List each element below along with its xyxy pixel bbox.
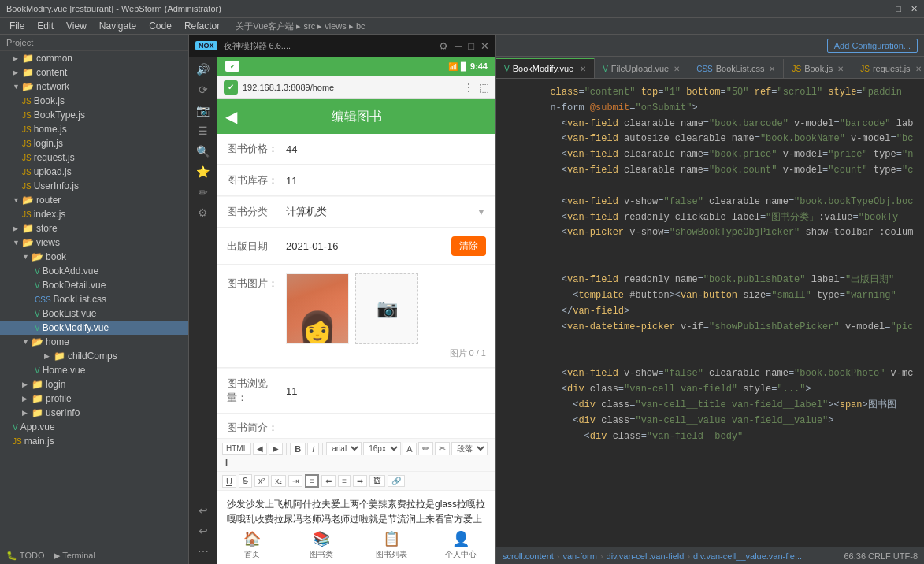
emulator-icon-2[interactable]: ⟳ (199, 83, 208, 96)
add-configuration-button[interactable]: Add Configuration... (827, 39, 918, 53)
toolbar-italic-btn[interactable]: I (307, 443, 319, 455)
menu-dots-icon[interactable]: ⋮ (463, 81, 474, 94)
tab-close-icon[interactable]: ✕ (915, 65, 922, 73)
toolbar-outdent-btn[interactable]: ≡ (305, 474, 319, 488)
emulator-close-icon[interactable]: ✕ (481, 40, 489, 52)
terminal-tab[interactable]: ▶ Terminal (54, 551, 95, 561)
tree-item-homeVue[interactable]: V Home.vue (0, 363, 188, 377)
emulator-minimize-icon[interactable]: ─ (455, 40, 462, 52)
toolbar-size-select[interactable]: 16px (363, 442, 401, 455)
emulator-icon-4[interactable]: ☰ (198, 124, 208, 137)
tree-item-indexjs[interactable]: JS index.js (0, 207, 188, 221)
tree-item-userInfojs[interactable]: JS UserInfo.js (0, 179, 188, 193)
toolbar-align-left-btn[interactable]: ⬅ (321, 475, 336, 487)
toolbar-sup-btn[interactable]: x₂ (271, 475, 286, 487)
back-button[interactable]: ◀ (225, 107, 237, 126)
toolbar-indent-btn[interactable]: ⇥ (288, 475, 302, 487)
breadcrumb-item-4[interactable]: div.van-cell__value.van-fie... (693, 551, 802, 561)
close-button[interactable]: ✕ (911, 4, 918, 14)
tree-item-bookModify[interactable]: V BookModify.vue (0, 321, 188, 335)
tab-bookmodify[interactable]: V BookModify.vue ✕ (496, 58, 595, 78)
menu-item-edit[interactable]: Edit (31, 19, 60, 33)
tree-item-bookListCss[interactable]: CSS BookList.css (0, 292, 188, 306)
tree-item-loginjs[interactable]: JS login.js (0, 136, 188, 150)
nav-item-profile[interactable]: 👤 个人中心 (426, 525, 495, 564)
toolbar-next-btn[interactable]: ▶ (269, 443, 283, 455)
toolbar-link2-btn[interactable]: 🔗 (388, 475, 405, 487)
emulator-icon-6[interactable]: ⭐ (196, 165, 210, 178)
tree-item-homejs[interactable]: JS home.js (0, 122, 188, 136)
emulator-icon-bottom[interactable]: ↩ (199, 504, 208, 517)
tab-booklistcss[interactable]: CSS BookList.css ✕ (688, 59, 784, 78)
tab-close-icon[interactable]: ✕ (837, 65, 844, 73)
expand-icon[interactable]: ⬚ (479, 81, 489, 94)
tree-item-requestjs[interactable]: JS request.js (0, 150, 188, 165)
maximize-button[interactable]: □ (896, 4, 901, 14)
tab-fileupload[interactable]: V FileUpload.vue ✕ (595, 59, 688, 78)
emulator-icon-3[interactable]: 📷 (196, 104, 210, 117)
toolbar-color-btn[interactable]: A (403, 443, 416, 455)
minimize-button[interactable]: ─ (881, 4, 887, 14)
tree-item-content[interactable]: ▶ 📁 content (0, 65, 188, 80)
toolbar-bold-btn[interactable]: B (290, 443, 306, 455)
nav-item-listview[interactable]: 📋 图书列表 (357, 525, 426, 564)
tree-item-bookjs[interactable]: JS Book.js (0, 94, 188, 108)
nav-item-booklist[interactable]: 📚 图书类 (287, 525, 356, 564)
tree-item-profile-folder[interactable]: ▶ 📁 profile (0, 391, 188, 406)
tree-item-uploadjs[interactable]: JS upload.js (0, 165, 188, 179)
emulator-icon-more[interactable]: ⋯ (198, 545, 209, 558)
emulator-icon-7[interactable]: ✏ (199, 186, 208, 199)
breadcrumb-item-3[interactable]: div.van-cell.van-field (607, 551, 685, 561)
toolbar-prev-btn[interactable]: ◀ (253, 443, 267, 455)
tree-item-bookList[interactable]: V BookList.vue (0, 306, 188, 321)
toolbar-sub-btn[interactable]: x² (254, 475, 269, 487)
menu-item-refactor[interactable]: Refactor (178, 19, 226, 33)
tree-item-common[interactable]: ▶ 📁 common (0, 51, 188, 65)
toolbar-strike-btn[interactable]: S̶ (239, 474, 252, 488)
emulator-maximize-icon[interactable]: □ (468, 40, 474, 52)
toolbar-html-btn[interactable]: HTML (222, 443, 251, 455)
photo-thumbnail[interactable]: 👩 (286, 273, 349, 344)
breadcrumb-item-1[interactable]: scroll.content (503, 551, 554, 561)
tab-close-icon[interactable]: ✕ (769, 65, 775, 73)
tree-item-mainjs[interactable]: JS main.js (0, 434, 188, 448)
emulator-icon-1[interactable]: 🔊 (196, 63, 210, 76)
tree-item-views[interactable]: ▼ 📂 views (0, 236, 188, 250)
toolbar-align-right-btn[interactable]: ➡ (353, 475, 367, 487)
tree-item-login-folder[interactable]: ▶ 📁 login (0, 377, 188, 391)
emulator-icon-back[interactable]: ↩ (199, 525, 208, 537)
tree-item-router[interactable]: ▼ 📂 router (0, 193, 188, 207)
tree-item-book[interactable]: ▼ 📂 book (0, 250, 188, 264)
tab-close-icon[interactable]: ✕ (674, 65, 680, 73)
title-bar-controls[interactable]: ─ □ ✕ (881, 4, 918, 14)
phone-url-bar[interactable]: ✔ 192.168.1.3:8089/home ⋮ ⬚ (217, 76, 495, 99)
tree-item-userInfo-folder[interactable]: ▶ 📁 userInfo (0, 406, 188, 420)
url-text[interactable]: 192.168.1.3:8089/home (243, 83, 458, 92)
tree-item-network[interactable]: ▼ 📂 network (0, 80, 188, 94)
toolbar-image-btn[interactable]: 🖼 (369, 475, 385, 487)
tree-item-bookDetail[interactable]: V BookDetail.vue (0, 278, 188, 292)
toolbar-more-btn[interactable]: I (222, 457, 231, 468)
form-row-category[interactable]: 图书分类 计算机类 ▼ (217, 197, 495, 228)
toolbar-underline-btn[interactable]: U (222, 475, 236, 488)
toolbar-font-select[interactable]: arial (326, 442, 362, 455)
tree-item-appVue[interactable]: V App.vue (0, 420, 188, 434)
menu-item-code[interactable]: Code (143, 19, 178, 33)
menu-item-file[interactable]: File (3, 19, 31, 33)
tree-item-bookAdd[interactable]: V BookAdd.vue (0, 264, 188, 278)
rich-editor-content[interactable]: 沙发沙发上飞机阿什拉夫爱上两个姜辣素费拉拉是glass拉嘎拉嘎哦乱收费拉尿冯老师… (217, 491, 495, 525)
toolbar-para-select[interactable]: 段落 (451, 442, 488, 455)
toolbar-link-btn[interactable]: ✂ (435, 442, 450, 455)
emulator-icon-8[interactable]: ⚙ (198, 206, 208, 219)
breadcrumb-item-2[interactable]: van-form (562, 551, 596, 561)
code-area[interactable]: class="content" top="1" bottom="50" ref=… (496, 79, 924, 547)
tab-bookjs[interactable]: JS Book.js ✕ (784, 59, 852, 78)
tree-item-childComps[interactable]: ▶ 📁 childComps (0, 349, 188, 363)
emulator-settings-icon[interactable]: ⚙ (439, 40, 448, 52)
tab-close-icon[interactable]: ✕ (580, 65, 586, 73)
menu-item-view[interactable]: View (60, 19, 93, 33)
tree-item-home-folder[interactable]: ▼ 📂 home (0, 335, 188, 349)
nav-item-home[interactable]: 🏠 首页 (217, 525, 287, 564)
tab-requestjs[interactable]: JS request.js ✕ (852, 59, 924, 78)
photo-add-placeholder[interactable]: 📷 (355, 273, 418, 344)
